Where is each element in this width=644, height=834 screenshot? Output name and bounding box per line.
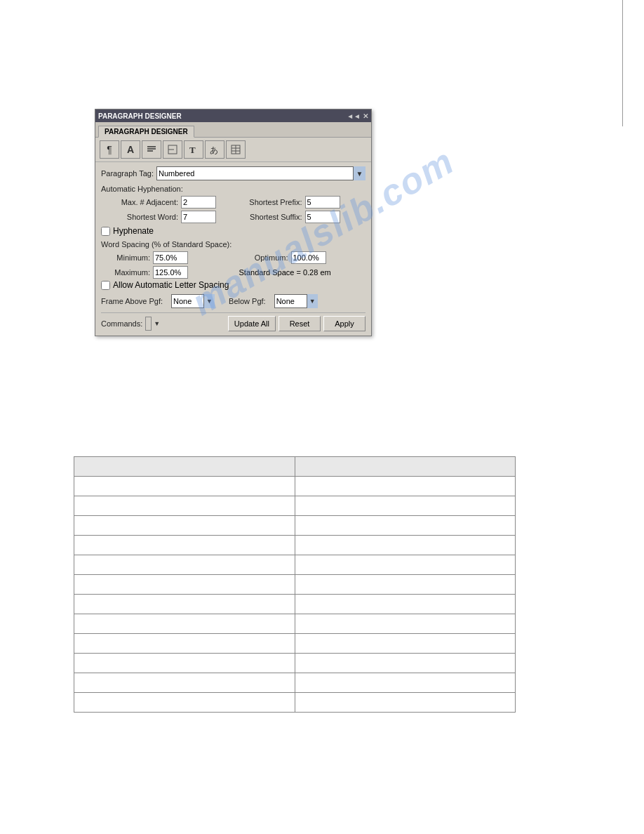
- table-row: [74, 575, 516, 595]
- table-cell: [295, 634, 516, 654]
- allow-spacing-checkbox[interactable]: [101, 281, 110, 290]
- table-cell: [295, 693, 516, 713]
- table-cell: [74, 457, 295, 477]
- table-cell: [74, 496, 295, 516]
- table-cell: [74, 654, 295, 673]
- optimum-input[interactable]: [291, 251, 326, 264]
- table-row: [74, 595, 516, 614]
- frame-below-wrapper: None Thin Medium Thick ▼: [274, 294, 318, 308]
- hyphenation-grid: Max. # Adjacent: Shortest Prefix: Shorte…: [101, 196, 365, 223]
- dialog-title: PARAGRAPH DESIGNER: [98, 112, 182, 120]
- shortest-word-row: Shortest Word:: [101, 211, 234, 223]
- table-cell: [74, 536, 295, 555]
- optimum-row: Optimum:: [234, 251, 366, 264]
- paragraph-tag-label: Paragraph Tag:: [101, 169, 154, 178]
- table-cell: [295, 496, 516, 516]
- reset-button[interactable]: Reset: [279, 316, 321, 331]
- table-row: [74, 496, 516, 516]
- table-cell: [295, 595, 516, 614]
- table-row: [74, 555, 516, 575]
- shortest-suffix-label: Shortest Suffix:: [239, 213, 302, 221]
- japanese-icon-btn[interactable]: あ: [205, 140, 224, 159]
- frame-below-label: Below Pgf:: [229, 297, 266, 305]
- table-cell: [74, 555, 295, 575]
- table-row: [74, 457, 516, 477]
- table-cell: [74, 673, 295, 693]
- minimum-row: Minimum:: [101, 251, 234, 264]
- table-cell: [295, 614, 516, 634]
- hyphenate-checkbox[interactable]: [101, 227, 110, 236]
- shortest-suffix-row: Shortest Suffix:: [234, 211, 366, 223]
- shortest-prefix-row: Shortest Prefix:: [234, 196, 366, 208]
- table-cell: [74, 575, 295, 595]
- table-cell: [74, 634, 295, 654]
- tab-paragraph-designer[interactable]: PARAGRAPH DESIGNER: [98, 126, 194, 138]
- minimum-input[interactable]: [153, 251, 188, 264]
- font-icon-btn[interactable]: A: [121, 140, 140, 159]
- text-icon-btn[interactable]: T: [184, 140, 203, 159]
- table-cell: [74, 614, 295, 634]
- commands-label: Commands:: [101, 319, 142, 328]
- frame-above-select[interactable]: None Thin Medium Thick: [171, 294, 215, 308]
- apply-button[interactable]: Apply: [323, 316, 365, 331]
- max-adjacent-label: Max. # Adjacent:: [101, 198, 178, 206]
- table-row: [74, 673, 516, 693]
- shortest-prefix-input[interactable]: [305, 196, 340, 208]
- table-cell: [295, 575, 516, 595]
- alignment-icon-btn[interactable]: [142, 140, 161, 159]
- paragraph-tag-select[interactable]: Numbered Body Heading1 Heading2 Title: [156, 166, 365, 180]
- shortest-suffix-input[interactable]: [305, 211, 340, 223]
- collapse-button[interactable]: ◄◄: [347, 112, 361, 120]
- table-icon-btn[interactable]: [226, 140, 246, 159]
- table-cell: [295, 555, 516, 575]
- close-button[interactable]: ✕: [363, 112, 368, 120]
- frame-row: Frame Above Pgf: None Thin Medium Thick …: [101, 294, 365, 308]
- hyphenate-label: Hyphenate: [113, 226, 154, 236]
- auto-hyphenation-label: Automatic Hyphenation:: [101, 185, 365, 193]
- dialog-titlebar-left: PARAGRAPH DESIGNER: [98, 112, 182, 120]
- table-cell: [295, 536, 516, 555]
- table-cell: [74, 693, 295, 713]
- svg-text:あ: あ: [210, 145, 218, 155]
- frame-above-wrapper: None Thin Medium Thick ▼: [171, 294, 215, 308]
- max-adjacent-input[interactable]: [181, 196, 216, 208]
- commands-select[interactable]: [145, 317, 162, 331]
- update-all-button[interactable]: Update All: [228, 316, 276, 331]
- table-cell: [295, 673, 516, 693]
- table-cell: [74, 477, 295, 496]
- standard-space-label: Standard Space = 0.28 em: [239, 268, 331, 277]
- shortest-word-input[interactable]: [181, 211, 216, 223]
- word-spacing-label: Word Spacing (% of Standard Space):: [101, 240, 365, 249]
- table-cell: [74, 516, 295, 536]
- standard-space-row: Standard Space = 0.28 em: [234, 266, 366, 279]
- maximum-label: Maximum:: [101, 268, 150, 277]
- allow-spacing-row: Allow Automatic Letter Spacing: [101, 280, 365, 290]
- maximum-input[interactable]: [153, 266, 188, 279]
- frame-below-select[interactable]: None Thin Medium Thick: [274, 294, 318, 308]
- paragraph-designer-dialog: PARAGRAPH DESIGNER ◄◄ ✕ PARAGRAPH DESIGN…: [95, 109, 372, 336]
- allow-spacing-label: Allow Automatic Letter Spacing: [113, 280, 229, 290]
- maximum-row: Maximum:: [101, 266, 234, 279]
- data-table: [74, 456, 516, 713]
- paragraph-tag-row: Paragraph Tag: Numbered Body Heading1 He…: [101, 166, 365, 180]
- minimum-label: Minimum:: [101, 253, 150, 262]
- table-row: [74, 536, 516, 555]
- commands-row: Commands: ▼ Update All Reset Apply: [101, 312, 365, 331]
- tab-icon-btn[interactable]: [163, 140, 182, 159]
- table-cell: [295, 477, 516, 496]
- table-row: [74, 634, 516, 654]
- paragraph-icon-btn[interactable]: ¶: [100, 140, 119, 159]
- optimum-label: Optimum:: [239, 253, 288, 262]
- frame-above-label: Frame Above Pgf:: [101, 297, 163, 305]
- table-row: [74, 614, 516, 634]
- tab-bar: PARAGRAPH DESIGNER: [95, 122, 371, 138]
- table-cell: [295, 516, 516, 536]
- commands-dropdown-wrapper: ▼: [145, 317, 162, 331]
- right-border: [622, 0, 623, 126]
- table-row: [74, 477, 516, 496]
- dialog-titlebar: PARAGRAPH DESIGNER ◄◄ ✕: [95, 110, 371, 122]
- titlebar-controls: ◄◄ ✕: [347, 112, 368, 120]
- dialog-toolbar: ¶ A T あ: [95, 138, 371, 162]
- max-adjacent-row: Max. # Adjacent:: [101, 196, 234, 208]
- word-spacing-grid: Minimum: Optimum: Maximum: Standard Spac…: [101, 251, 365, 279]
